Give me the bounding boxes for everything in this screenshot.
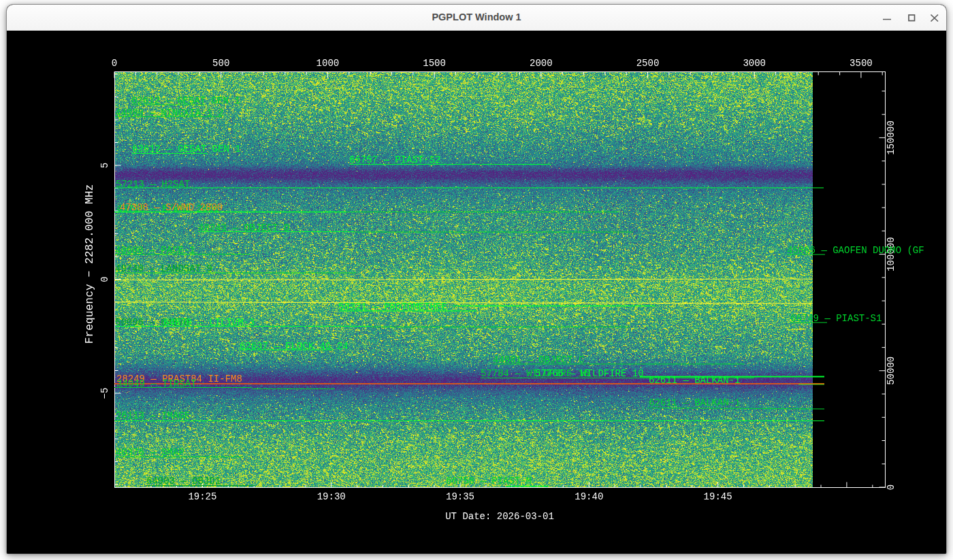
svg-text:1500: 1500 — [423, 58, 446, 69]
svg-text:26113 — IMAGE: 26113 — IMAGE — [116, 410, 190, 421]
svg-text:−5: −5 — [99, 388, 110, 399]
svg-text:19:40: 19:40 — [575, 491, 603, 502]
svg-text:2500: 2500 — [636, 58, 660, 69]
svg-text:64903 — OBJD1: 64903 — OBJD1 — [146, 476, 221, 487]
svg-text:19:35: 19:35 — [446, 491, 474, 502]
svg-text:19:25: 19:25 — [188, 491, 216, 502]
svg-text:62612 — GESAT GEN 1: 62612 — GESAT GEN 1 — [132, 144, 241, 154]
svg-text:1000: 1000 — [317, 58, 340, 69]
svg-text:500: 500 — [212, 58, 229, 69]
svg-text:2000: 2000 — [530, 58, 553, 69]
svg-text:150000: 150000 — [886, 120, 897, 154]
svg-text:UT Date: 2026-03-01: UT Date: 2026-03-01 — [445, 511, 554, 522]
svg-text:62611 — BALKAN-1: 62611 — BALKAN-1 — [649, 397, 740, 408]
svg-text:19:30: 19:30 — [317, 491, 346, 502]
svg-text:66758 — PIAST-M: 66758 — PIAST-M — [446, 476, 532, 487]
svg-text:5: 5 — [99, 163, 110, 168]
svg-text:Frequency − 2282.000 MHz: Frequency − 2282.000 MHz — [83, 184, 96, 344]
svg-text:0: 0 — [112, 58, 117, 69]
svg-text:3500: 3500 — [850, 58, 873, 69]
svg-text:50000: 50000 — [886, 357, 897, 385]
svg-text:57766 — WILDFIRE 10: 57766 — WILDFIRE 10 — [535, 368, 644, 379]
svg-text:66757 — PIAST-S2: 66757 — PIAST-S2 — [349, 154, 440, 165]
svg-text:47308 — S/WND 2800: 47308 — S/WND 2800 — [120, 202, 223, 213]
svg-text:3000: 3000 — [743, 58, 766, 69]
svg-text:0: 0 — [99, 276, 110, 282]
svg-text:19:45: 19:45 — [704, 491, 732, 502]
svg-text:40376 — SMAP: 40376 — SMAP — [116, 447, 184, 458]
svg-text:0: 0 — [886, 484, 897, 490]
